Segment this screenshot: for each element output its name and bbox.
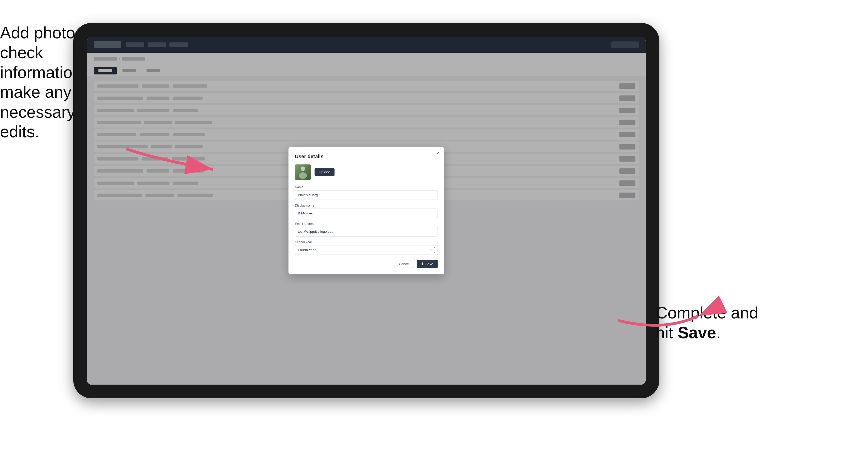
annotation-bottom-right: Complete and hit Save. — [656, 303, 758, 343]
save-button[interactable]: ⬆ Save — [417, 260, 438, 268]
school-year-select[interactable]: First Year Second Year Third Year Fourth… — [295, 245, 438, 255]
display-name-label: Display name — [295, 204, 438, 207]
svg-point-1 — [299, 172, 307, 179]
school-year-field-group: School Year First Year Second Year Third… — [295, 240, 438, 255]
photo-section: Upload — [295, 164, 438, 180]
name-label: Name — [295, 185, 438, 189]
email-field-group: Email address — [295, 222, 438, 237]
user-details-modal: User details × — [288, 147, 444, 274]
name-input[interactable] — [295, 190, 438, 200]
modal-close-button[interactable]: × — [435, 151, 441, 156]
select-clear-icon[interactable]: ✕ — [429, 248, 432, 252]
school-year-select-wrapper: First Year Second Year Third Year Fourth… — [295, 245, 438, 255]
save-icon: ⬆ — [421, 262, 424, 266]
photo-thumbnail — [295, 164, 311, 180]
photo-image — [295, 164, 311, 180]
name-field-group: Name — [295, 185, 438, 200]
svg-point-0 — [301, 166, 305, 171]
tablet-device: / — [73, 23, 659, 398]
select-icons: ✕ ⌃⌄ — [429, 247, 436, 253]
email-input[interactable] — [295, 227, 438, 236]
modal-footer: Cancel ⬆ Save — [295, 260, 438, 268]
display-name-field-group: Display name — [295, 204, 438, 218]
modal-title: User details — [295, 153, 438, 159]
upload-button[interactable]: Upload — [315, 168, 335, 176]
tablet-screen: / — [87, 37, 646, 384]
scene: Add photo, check information and make an… — [0, 0, 781, 420]
email-label: Email address — [295, 222, 438, 225]
cancel-button[interactable]: Cancel — [394, 260, 414, 268]
select-chevron-icon: ⌃⌄ — [433, 247, 436, 253]
school-year-label: School Year — [295, 240, 438, 244]
display-name-input[interactable] — [295, 208, 438, 218]
modal-overlay: User details × — [87, 37, 646, 384]
person-silhouette — [297, 165, 309, 179]
